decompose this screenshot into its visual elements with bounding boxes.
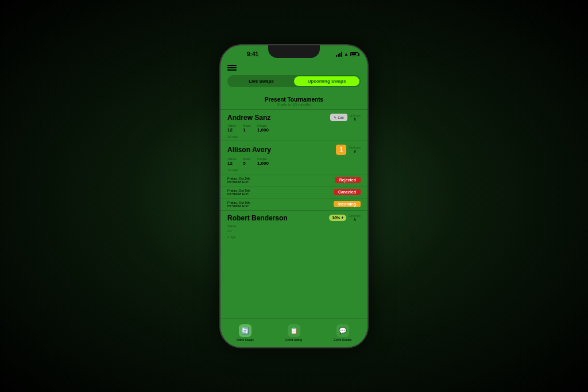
event-listing-icon: 📋 (288, 324, 300, 337)
swap-row-1: Friday, Oct 5th 05:56PM EDT Canceled (220, 186, 368, 198)
event-results-icon: 💬 (336, 324, 349, 337)
options-robert[interactable]: Options ∧ (349, 214, 361, 222)
stat-seat-allison: Seat 5 (243, 157, 250, 166)
tournament-header: Present Tournaments Starts in 10 months (220, 92, 368, 110)
player-header-robert: Robert Benderson 10% + Options ∧ (220, 211, 368, 223)
nav-event-results[interactable]: 💬 Event Results (334, 324, 351, 341)
status-badge-incoming[interactable]: Incoming (334, 201, 361, 207)
active-swaps-icon: 🔄 (239, 324, 252, 337)
options-andrew[interactable]: options ∧ (350, 114, 361, 122)
stat-chips-andrew: Chips 1,000 (257, 124, 269, 133)
chevron-up-icon-robert: ∧ (353, 218, 357, 222)
andrew-timestamp: 1d ago (220, 135, 368, 141)
stat-table-allison: Table 12 (227, 157, 236, 166)
player-header-andrew: Andrew Sanz ✎ Edit options ∧ (220, 110, 368, 123)
phone-screen: 9:41 ▲ (220, 45, 368, 347)
status-badge-rejected[interactable]: Rejected (335, 177, 361, 183)
edit-icon: ✎ (334, 115, 336, 119)
nav-active-swaps[interactable]: 🔄 Active Swaps (237, 324, 254, 341)
phone-device: 9:41 ▲ (219, 44, 369, 348)
stat-table-robert: Table — (227, 224, 236, 233)
phone-notch (268, 45, 320, 58)
tab-live-swaps[interactable]: Live Swaps (229, 76, 294, 86)
nav-label-active-swaps: Active Swaps (237, 338, 254, 341)
tab-upcoming-swaps[interactable]: Upcoming Swaps (294, 76, 359, 86)
pct-badge-robert: 10% + (329, 215, 346, 221)
app-header (220, 61, 368, 73)
player-name-robert: Robert Benderson (227, 214, 288, 222)
nav-event-listing[interactable]: 📋 Event Listing (285, 324, 302, 341)
swap-count-badge-allison: 1 (336, 145, 346, 155)
chevron-up-icon-andrew: ∧ (353, 117, 357, 122)
swap-time-2: Friday, Oct 5th 05:56PM EDT (227, 201, 250, 208)
battery-icon (350, 52, 358, 56)
status-badge-canceled[interactable]: Canceled (334, 189, 361, 195)
nav-label-event-listing: Event Listing (285, 338, 302, 341)
player-name-allison: Allison Avery (227, 146, 271, 154)
chevron-down-icon-allison: ∨ (353, 149, 357, 154)
allison-timestamp: 1d ago (220, 168, 368, 174)
allison-stats: Table 12 Seat 5 Chips 1,000 (220, 156, 368, 168)
status-time: 9:41 (247, 51, 258, 57)
tournament-title: Present Tournaments (227, 96, 361, 103)
tab-switcher: Live Swaps Upcoming Swaps (227, 75, 361, 87)
robert-actions: 10% + Options ∧ (329, 214, 361, 222)
options-allison[interactable]: Options ∨ (349, 146, 361, 154)
signal-icon (336, 52, 342, 57)
allison-actions: 1 Options ∨ (336, 145, 361, 155)
bottom-nav: 🔄 Active Swaps 📋 Event Listing 💬 Event R… (220, 319, 368, 347)
status-icons: ▲ (336, 52, 358, 57)
player-card-robert: Robert Benderson 10% + Options ∧ (220, 210, 368, 241)
robert-stats: Table — (220, 223, 368, 235)
player-card-allison: Allison Avery 1 Options ∨ T (220, 141, 368, 210)
scroll-area[interactable]: Present Tournaments Starts in 10 months … (220, 92, 368, 347)
edit-button-andrew[interactable]: ✎ Edit (330, 114, 347, 121)
swap-row-2: Friday, Oct 5th 05:56PM EDT Incoming (220, 198, 368, 210)
andrew-stats: Table 12 Seat 1 Chips 1,000 (220, 123, 368, 135)
andrew-actions: ✎ Edit options ∧ (330, 114, 361, 122)
swap-time-1: Friday, Oct 5th 05:56PM EDT (227, 189, 250, 196)
nav-label-event-results: Event Results (334, 338, 351, 341)
player-card-andrew: Andrew Sanz ✎ Edit options ∧ (220, 110, 368, 141)
swap-time-0: Friday, Oct 5th 05:56PM EDT (227, 177, 250, 184)
hamburger-menu[interactable] (227, 65, 237, 71)
player-name-andrew: Andrew Sanz (227, 114, 270, 122)
wifi-icon: ▲ (344, 52, 349, 57)
robert-timestamp: d ago (220, 235, 368, 241)
app-content: Live Swaps Upcoming Swaps Present Tourna… (220, 61, 368, 347)
stat-table-andrew: Table 12 (227, 124, 236, 133)
tournament-subtitle: Starts in 10 months (227, 103, 361, 107)
swap-row-0: Friday, Oct 5th 05:56PM EDT Rejected (220, 174, 368, 186)
stat-chips-allison: Chips 1,000 (257, 157, 269, 166)
stat-seat-andrew: Seat 1 (243, 124, 250, 133)
player-header-allison: Allison Avery 1 Options ∨ (220, 141, 368, 156)
phone-frame: 9:41 ▲ (219, 44, 369, 348)
